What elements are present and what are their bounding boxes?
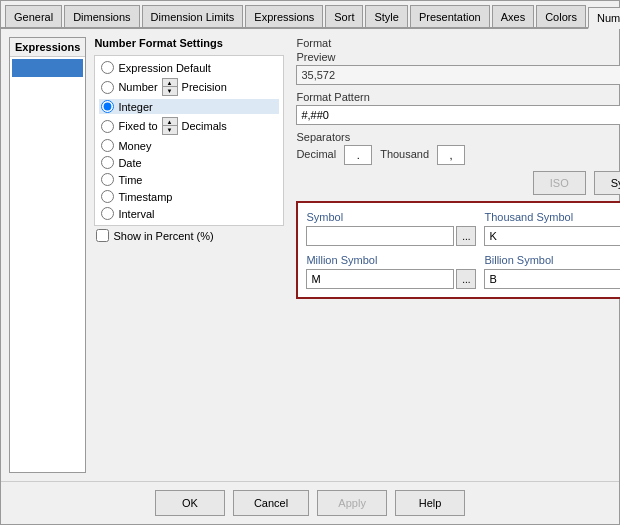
radio-row-money: Money: [99, 138, 279, 153]
thousand-input[interactable]: [437, 145, 465, 165]
spinner-down[interactable]: ▼: [163, 87, 177, 95]
format-pattern-input[interactable]: [296, 105, 620, 125]
tab-general[interactable]: General: [5, 5, 62, 27]
billion-symbol-item: Billion Symbol ...: [484, 254, 620, 289]
radio-row-time: Time: [99, 172, 279, 187]
billion-symbol-input[interactable]: [484, 269, 620, 289]
tab-expressions[interactable]: Expressions: [245, 5, 323, 27]
radio-number[interactable]: [101, 81, 114, 94]
decimals-spinner[interactable]: ▲ ▼: [162, 117, 178, 135]
thousand-label: Thousand: [380, 148, 429, 160]
label-expr-default: Expression Default: [118, 62, 210, 74]
show-percent-label: Show in Percent (%): [113, 230, 213, 242]
precision-spinner[interactable]: ▲ ▼: [162, 78, 178, 96]
number-format-title: Number Format Settings: [94, 37, 284, 49]
show-percent-row: Show in Percent (%): [94, 226, 284, 242]
radio-row-fixed: Fixed to ▲ ▼ Decimals: [99, 116, 279, 136]
symbol-box: Symbol ... Thousand Symbol ..: [296, 201, 620, 299]
separators-row: Decimal Thousand: [296, 145, 620, 165]
radio-row-interval: Interval: [99, 206, 279, 221]
expression-item[interactable]: [12, 59, 83, 77]
dialog: General Dimensions Dimension Limits Expr…: [0, 0, 620, 525]
system-button[interactable]: System: [594, 171, 620, 195]
radio-row-date: Date: [99, 155, 279, 170]
thousand-symbol-label: Thousand Symbol: [484, 211, 620, 223]
million-symbol-item: Million Symbol ...: [306, 254, 476, 289]
show-percent-checkbox[interactable]: [96, 229, 109, 242]
tab-colors[interactable]: Colors: [536, 5, 586, 27]
decimal-input[interactable]: [344, 145, 372, 165]
bottom-bar: OK Cancel Apply Help: [1, 481, 619, 524]
label-timestamp: Timestamp: [118, 191, 172, 203]
tab-dimensions[interactable]: Dimensions: [64, 5, 139, 27]
tab-style[interactable]: Style: [365, 5, 407, 27]
expressions-panel: Expressions: [9, 37, 86, 473]
label-date: Date: [118, 157, 141, 169]
symbol-item: Symbol ...: [306, 211, 476, 246]
radio-fixed[interactable]: [101, 120, 114, 133]
radio-integer[interactable]: [101, 100, 114, 113]
radio-row-integer: Integer: [99, 99, 279, 114]
separators-section: Separators Decimal Thousand: [296, 131, 620, 165]
thousand-symbol-input-row: ...: [484, 226, 620, 246]
tab-number[interactable]: Number: [588, 7, 620, 29]
label-money: Money: [118, 140, 151, 152]
format-settings: Number Format Settings Expression Defaul…: [94, 37, 620, 299]
precision-label: Precision: [182, 81, 237, 93]
decimals-spinner-up[interactable]: ▲: [163, 118, 177, 126]
decimals-label: Decimals: [182, 120, 237, 132]
format-pattern-label: Format Pattern: [296, 91, 620, 103]
label-number: Number: [118, 81, 157, 93]
iso-system-row: ISO System: [296, 171, 620, 195]
symbol-input-row: ...: [306, 226, 476, 246]
radio-group: Expression Default Number ▲ ▼ Precision: [94, 55, 284, 226]
million-symbol-input-row: ...: [306, 269, 476, 289]
tab-presentation[interactable]: Presentation: [410, 5, 490, 27]
cancel-button[interactable]: Cancel: [233, 490, 309, 516]
label-interval: Interval: [118, 208, 154, 220]
radio-row-expr-default: Expression Default: [99, 60, 279, 75]
decimals-spinner-down[interactable]: ▼: [163, 126, 177, 134]
radio-timestamp[interactable]: [101, 190, 114, 203]
billion-symbol-label: Billion Symbol: [484, 254, 620, 266]
separators-label: Separators: [296, 131, 620, 143]
radio-row-timestamp: Timestamp: [99, 189, 279, 204]
format-label: Format: [296, 37, 620, 49]
radio-time[interactable]: [101, 173, 114, 186]
format-right: Format Preview Format Pattern Separators…: [296, 37, 620, 299]
radio-expr-default[interactable]: [101, 61, 114, 74]
radio-row-number: Number ▲ ▼ Precision: [99, 77, 279, 97]
tab-axes[interactable]: Axes: [492, 5, 534, 27]
format-section: Format Preview: [296, 37, 620, 85]
ok-button[interactable]: OK: [155, 490, 225, 516]
decimal-label: Decimal: [296, 148, 336, 160]
label-time: Time: [118, 174, 142, 186]
symbol-label: Symbol: [306, 211, 476, 223]
symbol-browse-btn[interactable]: ...: [456, 226, 476, 246]
tab-sort[interactable]: Sort: [325, 5, 363, 27]
thousand-symbol-input[interactable]: [484, 226, 620, 246]
apply-button[interactable]: Apply: [317, 490, 387, 516]
thousand-symbol-item: Thousand Symbol ...: [484, 211, 620, 246]
radio-money[interactable]: [101, 139, 114, 152]
preview-label: Preview: [296, 51, 620, 63]
symbol-input[interactable]: [306, 226, 454, 246]
expressions-title: Expressions: [10, 38, 85, 57]
right-panel: Number Format Settings Expression Defaul…: [94, 37, 620, 473]
help-button[interactable]: Help: [395, 490, 465, 516]
main-content: Expressions Number Format Settings Expre…: [1, 29, 619, 481]
format-pattern-section: Format Pattern: [296, 91, 620, 125]
format-left: Number Format Settings Expression Defaul…: [94, 37, 284, 299]
tab-bar: General Dimensions Dimension Limits Expr…: [1, 1, 619, 29]
million-symbol-browse-btn[interactable]: ...: [456, 269, 476, 289]
iso-button[interactable]: ISO: [533, 171, 586, 195]
spinner-up[interactable]: ▲: [163, 79, 177, 87]
radio-date[interactable]: [101, 156, 114, 169]
tab-dimension-limits[interactable]: Dimension Limits: [142, 5, 244, 27]
preview-input[interactable]: [296, 65, 620, 85]
expressions-list: [10, 57, 85, 472]
billion-symbol-input-row: ...: [484, 269, 620, 289]
million-symbol-input[interactable]: [306, 269, 454, 289]
radio-interval[interactable]: [101, 207, 114, 220]
million-symbol-label: Million Symbol: [306, 254, 476, 266]
